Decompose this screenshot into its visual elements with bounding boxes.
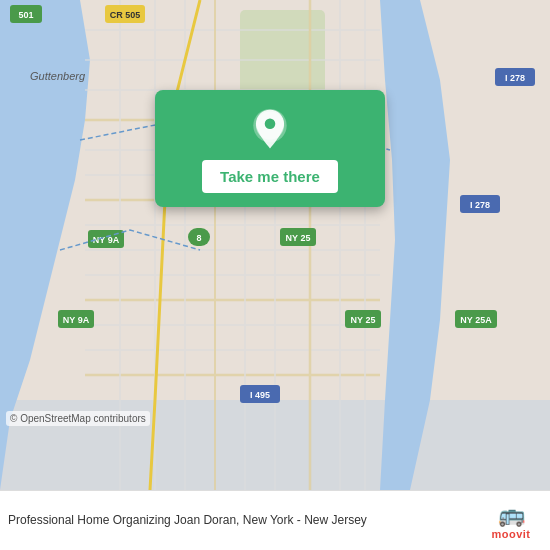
svg-text:501: 501	[18, 10, 33, 20]
map-copyright: © OpenStreetMap contributors	[6, 411, 150, 426]
svg-text:CR 505: CR 505	[110, 10, 141, 20]
footer: Professional Home Organizing Joan Doran,…	[0, 490, 550, 550]
svg-text:NY 25: NY 25	[286, 233, 311, 243]
svg-text:8: 8	[196, 233, 201, 243]
svg-text:NY 25: NY 25	[351, 315, 376, 325]
moovit-logo: 🚌 moovit	[484, 502, 538, 540]
svg-text:NY 9A: NY 9A	[63, 315, 90, 325]
location-pin-icon	[248, 108, 292, 152]
location-description: Professional Home Organizing Joan Doran,…	[8, 512, 476, 529]
take-me-there-button[interactable]: Take me there	[202, 160, 338, 193]
moovit-icon: 🚌	[498, 502, 525, 528]
svg-text:Guttenberg: Guttenberg	[30, 70, 86, 82]
map-container: CR 505 501 I 278 I 278 NY 9A NY 9A NY 25…	[0, 0, 550, 490]
svg-text:I 278: I 278	[505, 73, 525, 83]
svg-text:I 278: I 278	[470, 200, 490, 210]
svg-text:I 495: I 495	[250, 390, 270, 400]
svg-point-52	[265, 119, 276, 130]
location-card: Take me there	[155, 90, 385, 207]
moovit-brand-label: moovit	[491, 528, 530, 540]
svg-text:NY 25A: NY 25A	[460, 315, 492, 325]
